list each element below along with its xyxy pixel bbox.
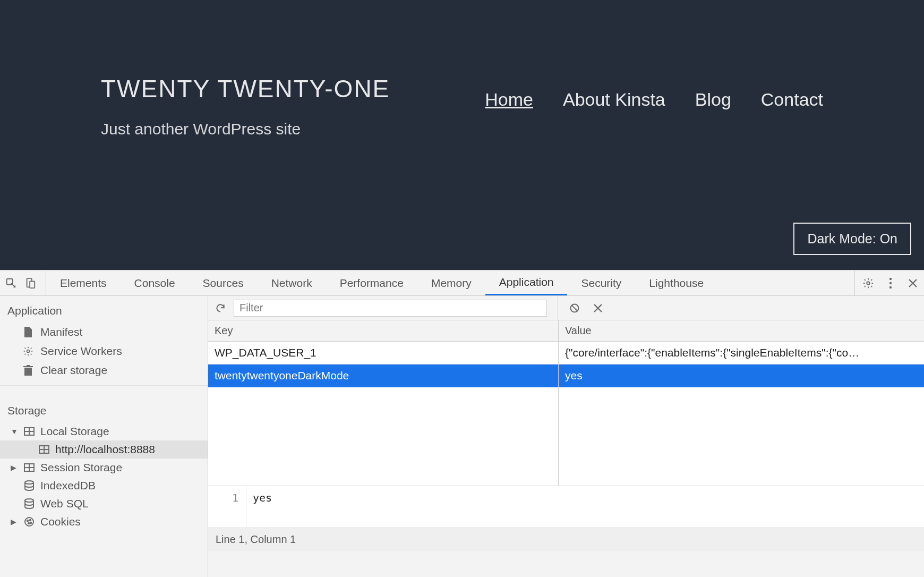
sidebar-item-label: Session Storage xyxy=(40,461,122,474)
nav-link-blog[interactable]: Blog xyxy=(695,89,731,110)
sidebar-item-local-storage[interactable]: ▼ Local Storage xyxy=(0,422,208,440)
sidebar-item-service-workers[interactable]: Service Workers xyxy=(0,342,208,361)
storage-grid-icon xyxy=(23,462,35,473)
cookie-icon xyxy=(23,516,35,528)
table-cell-value[interactable]: yes xyxy=(559,364,924,387)
statusbar: Line 1, Column 1 xyxy=(208,528,924,551)
inspect-element-icon[interactable] xyxy=(5,277,17,289)
device-toggle-icon[interactable] xyxy=(24,277,36,289)
database-icon xyxy=(23,480,35,491)
sidebar-item-cookies[interactable]: ▶ Cookies xyxy=(0,513,208,531)
storage-grid-icon xyxy=(23,426,35,437)
storage-grid-icon xyxy=(38,444,50,455)
site-nav: Home About Kinsta Blog Contact xyxy=(485,89,823,110)
svg-point-6 xyxy=(889,286,892,288)
tab-sources[interactable]: Sources xyxy=(189,270,258,295)
nav-link-contact[interactable]: Contact xyxy=(761,89,823,110)
sidebar-item-websql[interactable]: Web SQL xyxy=(0,495,208,513)
tab-lighthouse[interactable]: Lighthouse xyxy=(635,270,717,295)
sidebar-section-storage: Storage xyxy=(0,396,208,422)
svg-point-7 xyxy=(27,350,30,353)
svg-point-3 xyxy=(867,282,870,285)
sidebar-item-manifest[interactable]: Manifest xyxy=(0,323,208,342)
tab-elements[interactable]: Elements xyxy=(46,270,121,295)
svg-point-11 xyxy=(25,481,33,484)
table-cell-value[interactable]: {"core/interface":{"enableItems":{"singl… xyxy=(559,342,924,364)
tab-performance[interactable]: Performance xyxy=(326,270,417,295)
site-tagline: Just another WordPress site xyxy=(101,120,823,138)
storage-table: Key WP_DATA_USER_1 twentytwentyoneDarkMo… xyxy=(208,320,924,486)
sidebar-item-clear-storage[interactable]: Clear storage xyxy=(0,361,208,380)
block-icon[interactable] xyxy=(569,302,580,314)
tab-network[interactable]: Network xyxy=(258,270,326,295)
table-cell-key[interactable]: WP_DATA_USER_1 xyxy=(208,342,558,364)
gear-icon xyxy=(22,345,34,357)
sidebar-item-label: Local Storage xyxy=(40,425,109,438)
editor-line-number: 1 xyxy=(208,486,246,528)
nav-link-about[interactable]: About Kinsta xyxy=(563,89,665,110)
chevron-down-icon: ▼ xyxy=(11,427,18,436)
tab-application[interactable]: Application xyxy=(485,270,568,295)
svg-point-4 xyxy=(889,277,892,279)
site-header: TWENTY TWENTY-ONE Just another WordPress… xyxy=(0,0,924,270)
close-icon[interactable] xyxy=(907,277,919,289)
svg-point-15 xyxy=(30,520,31,521)
gear-icon[interactable] xyxy=(862,277,874,289)
tab-memory[interactable]: Memory xyxy=(417,270,485,295)
sidebar-item-label: Manifest xyxy=(40,326,82,338)
sidebar-item-label: http://localhost:8888 xyxy=(55,443,155,456)
devtools-panel: Elements Console Sources Network Perform… xyxy=(0,270,924,577)
sidebar-item-session-storage[interactable]: ▶ Session Storage xyxy=(0,459,208,477)
trash-icon xyxy=(22,364,34,376)
devtools-tab-bar: Elements Console Sources Network Perform… xyxy=(0,270,924,296)
database-icon xyxy=(23,498,35,510)
svg-point-16 xyxy=(28,523,29,524)
sidebar-item-label: Service Workers xyxy=(40,345,122,358)
sidebar-item-label: Web SQL xyxy=(40,497,89,510)
sidebar-item-label: Clear storage xyxy=(40,364,107,377)
sidebar-item-local-storage-origin[interactable]: http://localhost:8888 xyxy=(0,440,208,459)
sidebar-item-label: IndexedDB xyxy=(40,479,96,492)
tab-console[interactable]: Console xyxy=(121,270,189,295)
nav-link-home[interactable]: Home xyxy=(485,89,533,110)
svg-point-14 xyxy=(27,520,28,521)
svg-point-13 xyxy=(25,517,33,526)
delete-icon[interactable] xyxy=(592,302,604,314)
svg-point-5 xyxy=(889,282,892,284)
refresh-icon[interactable] xyxy=(215,302,226,314)
storage-toolbar xyxy=(208,296,924,320)
sidebar-item-indexeddb[interactable]: IndexedDB xyxy=(0,477,208,495)
svg-point-17 xyxy=(30,522,31,523)
sidebar-section-application: Application xyxy=(0,296,208,323)
kebab-menu-icon[interactable] xyxy=(885,277,896,289)
column-header-key[interactable]: Key xyxy=(208,320,558,342)
table-cell-key[interactable]: twentytwentyoneDarkMode xyxy=(208,364,558,387)
devtools-main: Key WP_DATA_USER_1 twentytwentyoneDarkMo… xyxy=(208,296,924,577)
file-icon xyxy=(22,326,34,338)
editor-content[interactable]: yes xyxy=(246,486,278,528)
column-header-value[interactable]: Value xyxy=(559,320,924,342)
devtools-sidebar: Application Manifest Service Workers Cle… xyxy=(0,296,208,577)
filter-input[interactable] xyxy=(234,300,547,317)
sidebar-item-label: Cookies xyxy=(40,515,81,528)
svg-point-12 xyxy=(25,499,33,502)
dark-mode-toggle[interactable]: Dark Mode: On xyxy=(793,223,911,255)
value-editor[interactable]: 1 yes xyxy=(208,486,924,528)
chevron-right-icon: ▶ xyxy=(11,517,18,526)
svg-rect-2 xyxy=(30,281,35,288)
tab-security[interactable]: Security xyxy=(567,270,635,295)
chevron-right-icon: ▶ xyxy=(11,463,18,472)
